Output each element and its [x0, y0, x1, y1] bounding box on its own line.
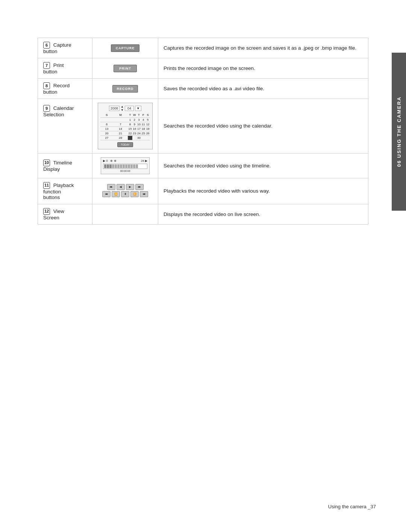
- playback-row-top: ⏮ ◀ ▶ ⏭: [101, 184, 150, 190]
- table-row: 9 CalendarSelection 2008 ▲▼ 04 ▼: [38, 99, 368, 154]
- cal-day: 10: [137, 122, 141, 126]
- side-tab-label: 06 USING THE CAMERA: [396, 96, 402, 167]
- row-description-calendar: Searches the recorded video using the ca…: [158, 99, 368, 154]
- timeline-right-label: 24 ▶: [141, 159, 147, 163]
- today-label: TODAY: [117, 142, 133, 147]
- forward-fast-button[interactable]: ⏭: [135, 184, 144, 190]
- row-image-view: [92, 204, 158, 224]
- calendar-today-button[interactable]: TODAY: [100, 141, 150, 147]
- print-button-image: PRINT: [114, 65, 137, 72]
- cal-day: [141, 135, 145, 140]
- timeline-left-controls: ▶ 0 ⊕ ⊕: [103, 159, 117, 163]
- skip-end-button[interactable]: ⏭: [140, 191, 148, 197]
- row-label: 9 CalendarSelection: [38, 99, 92, 154]
- cal-day: 11: [141, 122, 145, 126]
- table-row: 10 TimelineDisplay ▶ 0 ⊕ ⊕ 24 ▶: [38, 153, 368, 178]
- cal-day: 21: [113, 131, 128, 135]
- calendar-widget: 2008 ▲▼ 04 ▼ S M T: [98, 103, 153, 149]
- cal-day: 15: [128, 126, 132, 131]
- cal-day: 2: [132, 117, 137, 122]
- item-number-12: 12: [43, 208, 50, 215]
- rewind-button[interactable]: ◀: [117, 184, 125, 190]
- cal-day: 12: [145, 122, 150, 126]
- row-description-playback: Playbacks the recorded video with variou…: [158, 178, 368, 204]
- timeline-segment: [125, 164, 127, 168]
- timeline-segment: [123, 164, 125, 168]
- timeline-segment: [136, 164, 138, 168]
- main-content: 6 Capturebutton CAPTURE Captures the rec…: [38, 38, 368, 225]
- row-image-timeline: ▶ 0 ⊕ ⊕ 24 ▶: [92, 153, 158, 178]
- row-description-timeline: Searches the recorded video using the ti…: [158, 153, 368, 178]
- cal-header-m: M: [113, 113, 128, 117]
- timeline-segment: [115, 164, 117, 168]
- step-back-button[interactable]: ⏪: [112, 191, 120, 197]
- page-container: 06 USING THE CAMERA 6 Capturebutton CAPT…: [0, 0, 406, 532]
- timeline-segment: [109, 164, 112, 168]
- cal-header-s: S: [100, 113, 113, 117]
- page-footer: Using the camera _37: [328, 504, 376, 509]
- info-table: 6 Capturebutton CAPTURE Captures the rec…: [38, 38, 368, 225]
- item-number-8: 8: [43, 82, 50, 89]
- cal-day: 22: [128, 131, 132, 135]
- cal-day: [100, 117, 113, 122]
- cal-day-selected: 29: [128, 135, 132, 140]
- row-image-calendar: 2008 ▲▼ 04 ▼ S M T: [92, 99, 158, 154]
- cal-day: 17: [137, 126, 141, 131]
- cal-header-f: F: [141, 113, 145, 117]
- cal-header-w: W: [132, 113, 137, 117]
- cal-day: 25: [141, 131, 145, 135]
- rewind-fast-button[interactable]: ⏮: [107, 184, 115, 190]
- cal-day: 30: [137, 135, 141, 140]
- item-number-9: 9: [43, 105, 50, 112]
- skip-start-button[interactable]: ⏮: [102, 191, 111, 197]
- play-button[interactable]: ▶: [126, 184, 134, 190]
- item-number-11: 11: [43, 182, 50, 189]
- row-label: 6 Capturebutton: [38, 38, 92, 58]
- cal-day: 6: [100, 122, 113, 126]
- timeline-bar: [103, 164, 147, 169]
- playback-widget: ⏮ ◀ ▶ ⏭ ⏮ ⏪ ⏸ ⏩ ⏭: [101, 184, 150, 198]
- timeline-timestamp: 00:00:00: [103, 170, 147, 172]
- timeline-segment: [107, 164, 109, 168]
- side-tab: 06 USING THE CAMERA: [392, 53, 406, 211]
- cal-day: 23: [132, 131, 137, 135]
- cal-day: [132, 135, 137, 140]
- table-row: 7 Printbutton PRINT Prints the recorded …: [38, 58, 368, 79]
- cal-day: 28: [113, 135, 128, 140]
- timeline-segment: [128, 164, 130, 168]
- cal-day: 24: [137, 131, 141, 135]
- cal-day: 27: [100, 135, 113, 140]
- pause-button[interactable]: ⏸: [121, 191, 129, 197]
- cal-header-t: T: [128, 113, 132, 117]
- capture-button-image: CAPTURE: [111, 44, 140, 52]
- cal-day: 9: [132, 122, 137, 126]
- timeline-segment: [130, 164, 133, 168]
- cal-day: 16: [132, 126, 137, 131]
- cal-day: 7: [113, 122, 128, 126]
- timeline-header: ▶ 0 ⊕ ⊕ 24 ▶: [103, 159, 147, 163]
- cal-header-s2: S: [145, 113, 150, 117]
- cal-day: 14: [113, 126, 128, 131]
- calendar-header: 2008 ▲▼ 04 ▼: [100, 105, 150, 112]
- step-fwd-button[interactable]: ⏩: [130, 191, 139, 197]
- table-row: 6 Capturebutton CAPTURE Captures the rec…: [38, 38, 368, 58]
- calendar-year: 2008: [109, 106, 120, 111]
- timeline-segment: [112, 164, 114, 168]
- item-number-7: 7: [43, 62, 50, 69]
- cal-day: 1: [128, 117, 132, 122]
- record-button-image: RECORD: [112, 85, 138, 93]
- calendar-dropdown-icon: ▼: [135, 106, 141, 111]
- timeline-widget: ▶ 0 ⊕ ⊕ 24 ▶: [101, 157, 150, 174]
- row-description-capture: Captures the recorded image on the scree…: [158, 38, 368, 58]
- calendar-grid: S M T W T F S: [100, 113, 150, 140]
- cal-day: 19: [145, 126, 150, 131]
- cal-day: [145, 135, 150, 140]
- cal-day: [113, 117, 128, 122]
- row-label: 10 TimelineDisplay: [38, 153, 92, 178]
- cal-day: 5: [145, 117, 150, 122]
- row-label: 7 Printbutton: [38, 58, 92, 79]
- cal-day: 3: [137, 117, 141, 122]
- cal-day: 26: [145, 131, 150, 135]
- table-row: 8 Recordbutton RECORD Saves the recorded…: [38, 79, 368, 99]
- timeline-segment: [120, 164, 122, 168]
